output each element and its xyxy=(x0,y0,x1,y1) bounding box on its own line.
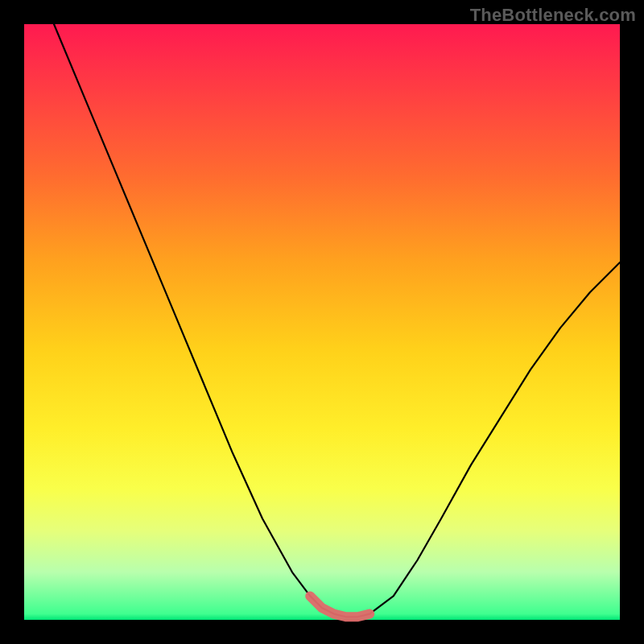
watermark-text: TheBottleneck.com xyxy=(470,5,636,26)
optimal-range-highlight xyxy=(310,596,369,617)
chart-svg xyxy=(24,24,620,620)
bottleneck-curve xyxy=(54,24,620,617)
plot-area xyxy=(24,24,620,620)
chart-frame: TheBottleneck.com xyxy=(0,0,644,644)
